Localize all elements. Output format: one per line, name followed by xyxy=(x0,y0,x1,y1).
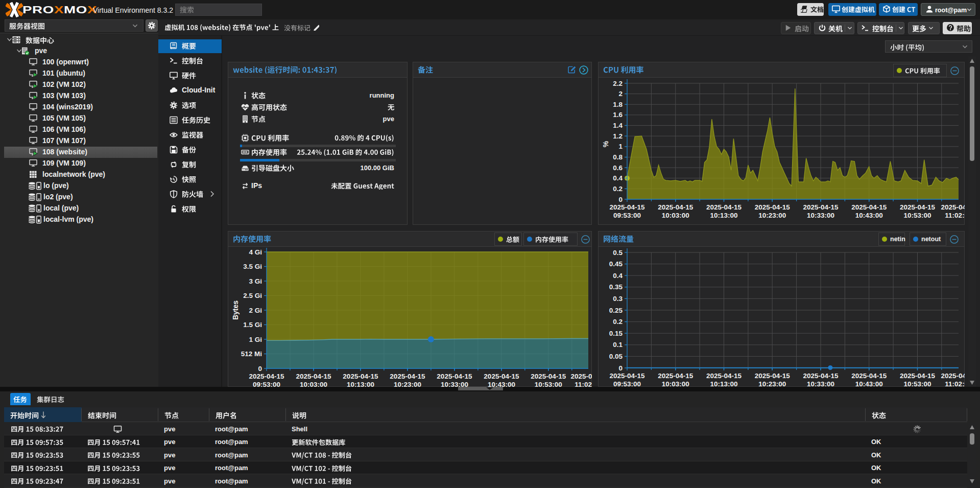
svg-text:2025-04-15: 2025-04-15 xyxy=(803,372,839,380)
svg-text:2025-04-15: 2025-04-15 xyxy=(803,203,839,211)
svg-text:10:13:00: 10:13:00 xyxy=(347,381,374,387)
svg-text:0.4: 0.4 xyxy=(613,272,623,280)
svg-text:10:43:00: 10:43:00 xyxy=(855,380,883,387)
svg-text:2025-04-15: 2025-04-15 xyxy=(437,373,472,380)
svg-text:10:33:00: 10:33:00 xyxy=(441,381,468,387)
svg-text:%: % xyxy=(602,141,610,147)
svg-text:2025-04-15: 2025-04-15 xyxy=(609,372,645,380)
svg-text:0.2: 0.2 xyxy=(613,318,623,326)
svg-text:10:53:00: 10:53:00 xyxy=(903,380,931,387)
svg-text:10:03:00: 10:03:00 xyxy=(662,380,689,387)
svg-text:4 Gi: 4 Gi xyxy=(249,248,262,256)
svg-text:11:02:00: 11:02:00 xyxy=(945,380,965,387)
svg-text:11:02:00: 11:02:00 xyxy=(575,381,592,387)
svg-text:2025-04-15: 2025-04-15 xyxy=(900,372,936,380)
svg-text:0.1: 0.1 xyxy=(613,341,623,348)
svg-text:2025-04-15: 2025-04-15 xyxy=(851,203,887,211)
svg-text:10:03:00: 10:03:00 xyxy=(300,381,327,387)
svg-text:512 Mi: 512 Mi xyxy=(241,350,262,358)
svg-text:10:03:00: 10:03:00 xyxy=(662,212,689,219)
svg-text:0.25: 0.25 xyxy=(609,307,623,314)
svg-text:10:13:00: 10:13:00 xyxy=(710,380,737,387)
svg-text:10:53:00: 10:53:00 xyxy=(903,212,931,219)
svg-text:2025-04-15: 2025-04-15 xyxy=(851,372,887,380)
svg-text:10:53:00: 10:53:00 xyxy=(535,381,562,387)
svg-text:2025-04-15: 2025-04-15 xyxy=(390,373,425,380)
svg-text:2.2: 2.2 xyxy=(613,80,623,87)
svg-text:1 Gi: 1 Gi xyxy=(249,336,262,343)
svg-text:3.5 Gi: 3.5 Gi xyxy=(243,263,262,270)
svg-text:2: 2 xyxy=(618,90,623,98)
svg-text:0.15: 0.15 xyxy=(609,330,623,337)
svg-text:10:33:00: 10:33:00 xyxy=(807,212,834,219)
svg-text:0.3: 0.3 xyxy=(613,295,623,303)
svg-text:Bytes: Bytes xyxy=(231,300,240,320)
svg-text:1.8: 1.8 xyxy=(613,101,623,108)
svg-text:0: 0 xyxy=(258,365,262,373)
svg-text:1.6: 1.6 xyxy=(613,111,623,119)
svg-text:2025-04-15: 2025-04-15 xyxy=(658,372,694,380)
svg-text:09:53:00: 09:53:00 xyxy=(613,212,641,219)
svg-text:2025-04-15: 2025-04-15 xyxy=(343,373,378,380)
svg-text:2025-04-15: 2025-04-15 xyxy=(941,203,965,211)
svg-text:09:53:00: 09:53:00 xyxy=(613,380,641,387)
svg-text:1: 1 xyxy=(618,143,623,150)
svg-text:10:33:00: 10:33:00 xyxy=(807,380,834,387)
svg-text:0.2: 0.2 xyxy=(613,185,623,193)
svg-text:0: 0 xyxy=(618,196,623,203)
svg-text:2025-04-15: 2025-04-15 xyxy=(249,373,284,380)
svg-text:1.4: 1.4 xyxy=(613,122,623,129)
svg-text:2025-04-15: 2025-04-15 xyxy=(755,203,791,211)
svg-text:0.8: 0.8 xyxy=(613,153,623,161)
svg-text:2025-04-15: 2025-04-15 xyxy=(484,373,519,380)
svg-text:2025-04-15: 2025-04-15 xyxy=(531,373,566,380)
svg-text:10:43:00: 10:43:00 xyxy=(488,381,515,387)
svg-text:0.05: 0.05 xyxy=(609,353,623,360)
svg-text:2025-04-15: 2025-04-15 xyxy=(609,203,645,211)
svg-text:09:53:00: 09:53:00 xyxy=(253,381,280,387)
svg-text:2025-04-15: 2025-04-15 xyxy=(706,372,742,380)
svg-text:2025-04-15: 2025-04-15 xyxy=(706,203,742,211)
svg-text:2025-04-15: 2025-04-15 xyxy=(296,373,331,380)
svg-text:0.5: 0.5 xyxy=(613,249,623,257)
svg-text:2025-04-15: 2025-04-15 xyxy=(941,372,965,380)
svg-text:0.6: 0.6 xyxy=(613,164,623,172)
svg-text:2 Gi: 2 Gi xyxy=(249,307,262,314)
svg-text:2025-04-15: 2025-04-15 xyxy=(900,203,936,211)
svg-text:10:43:00: 10:43:00 xyxy=(855,212,883,219)
svg-text:0.4: 0.4 xyxy=(613,174,623,182)
svg-text:0.35: 0.35 xyxy=(609,283,623,291)
svg-text:3 Gi: 3 Gi xyxy=(249,277,262,285)
svg-text:10:23:00: 10:23:00 xyxy=(758,212,786,219)
svg-text:10:23:00: 10:23:00 xyxy=(394,381,421,387)
svg-text:1.5 Gi: 1.5 Gi xyxy=(243,321,262,329)
svg-text:2.5 Gi: 2.5 Gi xyxy=(243,292,262,299)
svg-text:11:02:00: 11:02:00 xyxy=(945,212,965,219)
svg-text:2025-04-15: 2025-04-15 xyxy=(658,203,694,211)
svg-text:0.45: 0.45 xyxy=(609,260,623,268)
svg-text:2025-04-15: 2025-04-15 xyxy=(570,373,592,380)
svg-text:2025-04-15: 2025-04-15 xyxy=(755,372,791,380)
svg-text:10:23:00: 10:23:00 xyxy=(758,380,786,387)
svg-text:10:13:00: 10:13:00 xyxy=(710,212,737,219)
svg-text:0: 0 xyxy=(618,364,623,372)
svg-text:1.2: 1.2 xyxy=(613,132,623,140)
